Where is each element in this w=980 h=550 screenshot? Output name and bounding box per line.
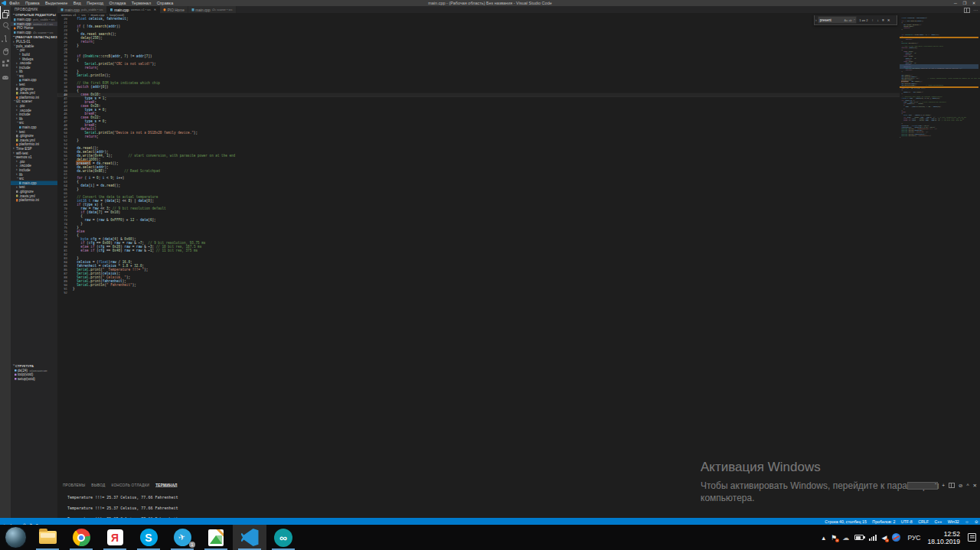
menu-Файл[interactable]: Файл <box>9 0 20 6</box>
language-indicator[interactable]: РУС <box>907 534 920 542</box>
activity-source-control[interactable] <box>0 32 11 45</box>
tab-main-cpp[interactable]: main.cppi2c scaner • src <box>188 6 237 13</box>
find-input[interactable]: present Aa ab .* <box>818 17 857 24</box>
status-item[interactable]: Строка 40, столбец 15 <box>825 519 867 524</box>
chevron-icon: › <box>16 112 19 116</box>
terminal-output[interactable]: Temperature !!!= 25.37 Celsius, 77.66 Fa… <box>63 490 980 518</box>
taskbar-telegram[interactable]: ✈ 1 <box>165 525 199 550</box>
more-actions-icon[interactable]: ⋯ <box>973 8 978 12</box>
split-editor-icon[interactable] <box>964 8 970 13</box>
status-item[interactable]: Пробелов: 2 <box>872 519 895 524</box>
chevron-icon: › <box>12 100 17 103</box>
breadcrumb-separator-icon: › <box>106 13 107 17</box>
outline-section: › СТРУКТУРА ds(24)обозначениеloop(void)s… <box>11 363 57 381</box>
activity-debug[interactable] <box>0 45 11 58</box>
network-signal-icon[interactable] <box>869 535 876 541</box>
activity-explorer[interactable] <box>0 6 11 19</box>
system-tray: ▴ ⚑✕ ☁ ◀✕ РУС 12:52 18.10.2019 <box>822 530 980 545</box>
kill-terminal-icon[interactable]: ⊘ <box>959 482 962 489</box>
menu-Справка[interactable]: Справка <box>157 0 174 6</box>
split-terminal-icon[interactable] <box>949 483 955 488</box>
vscode-icon <box>241 529 259 546</box>
whole-word-icon[interactable]: ab <box>848 18 851 22</box>
code-line[interactable]: 92 <box>57 291 900 295</box>
taskbar-chrome[interactable] <box>64 525 98 550</box>
terminal-select-dropdown[interactable] <box>907 482 938 490</box>
outline-item[interactable]: setup(void) <box>11 377 57 382</box>
taskbar-graph-editor[interactable] <box>199 525 233 550</box>
tab-PIO-Home[interactable]: PIO Home <box>160 6 188 13</box>
tree-item-label: platformio.ini <box>19 198 39 203</box>
taskbar-arduino[interactable]: ∞ <box>266 525 300 550</box>
panel-tab--[interactable]: ВЫВОД <box>91 483 105 487</box>
menu-Терминал[interactable]: Терминал <box>132 0 151 6</box>
activity-platformio-home[interactable] <box>0 71 11 84</box>
breadcrumb-item[interactable]: main.cpp <box>91 13 105 17</box>
tab-main-cpp[interactable]: main.cpppuls_stable • src <box>57 6 107 13</box>
panel-tab--[interactable]: ПРОБЛЕМЫ <box>63 483 85 487</box>
toggle-replace-icon[interactable]: › <box>815 18 817 22</box>
breadcrumb-item[interactable]: src <box>81 13 86 17</box>
menu-Вид[interactable]: Вид <box>74 0 81 6</box>
security-flag-icon[interactable]: ⚑✕ <box>831 534 837 542</box>
status-item[interactable]: CRLF <box>918 519 929 524</box>
new-terminal-icon[interactable]: + <box>942 482 945 489</box>
action-center-icon[interactable] <box>968 533 976 542</box>
taskbar-file-explorer[interactable] <box>31 525 64 550</box>
minimize-button[interactable]: ─ <box>951 1 960 5</box>
panel-tab--[interactable]: КОНСОЛЬ ОТЛАДКИ <box>112 483 150 487</box>
file-tree: ›PULS-01›puls_stable›.pio›build›libdeps›… <box>11 40 57 203</box>
taskbar-clock[interactable]: 12:52 18.10.2019 <box>927 530 960 545</box>
taskbar-skype[interactable]: S <box>132 525 165 550</box>
tree-item-platformio.ini[interactable]: platformio.ini <box>11 198 57 203</box>
match-case-icon[interactable]: Aa <box>844 18 848 22</box>
menu-Отладка[interactable]: Отладка <box>109 0 126 6</box>
outline-list: ds(24)обозначениеloop(void)setup(void) <box>11 369 57 382</box>
open-editors-list: main.cpppuls_stable • srcmain.cppwemos v… <box>11 18 57 34</box>
close-panel-icon[interactable]: ✕ <box>973 482 977 489</box>
find-in-selection-icon[interactable]: ≡ <box>881 18 885 22</box>
maximize-panel-icon[interactable]: ^ <box>966 482 969 489</box>
status-item[interactable]: UTF-8 <box>900 519 912 524</box>
close-button[interactable]: ✕ <box>969 1 978 5</box>
close-find-icon[interactable]: ✕ <box>887 18 890 22</box>
cloud-sync-icon[interactable]: ☁ <box>842 534 849 542</box>
activity-extensions[interactable] <box>0 58 11 71</box>
feedback-smiley-icon[interactable]: ☺ <box>965 519 969 524</box>
close-icon[interactable]: ✕ <box>154 8 156 11</box>
vscode-logo-icon[interactable] <box>2 1 6 5</box>
battery-icon[interactable] <box>854 535 864 540</box>
volume-muted-icon[interactable]: ◀✕ <box>882 534 887 542</box>
taskbar-vscode[interactable] <box>233 525 266 550</box>
find-next-icon[interactable]: ↓ <box>876 18 880 22</box>
breadcrumb-item[interactable]: wemos v1 <box>61 13 77 17</box>
minimap[interactable]: float celsius, fahrenheit; if ( !ds.sear… <box>900 17 980 193</box>
activity-search[interactable] <box>0 19 11 32</box>
panel-tab--[interactable]: ТЕРМИНАЛ <box>155 483 177 487</box>
skype-icon: S <box>140 529 158 546</box>
outline-label: setup(void) <box>18 377 35 382</box>
menu-Переход[interactable]: Переход <box>87 0 103 6</box>
status-item[interactable]: Win32 <box>947 519 959 524</box>
chevron-icon: › <box>15 177 20 181</box>
breadcrumb-item[interactable]: loop(void) <box>109 13 124 17</box>
tab-main-cpp[interactable]: main.cppwemos v1 • src✕ <box>107 6 160 13</box>
tab-label: main.cpp <box>114 8 129 12</box>
start-button[interactable] <box>0 525 31 550</box>
windows-taskbar: Я S ✈ 1 ∞ ▴ ⚑✕ ☁ ◀✕ РУС 12:52 18.10.2019 <box>0 525 980 550</box>
notifications-bell-icon[interactable]: ⊙ <box>975 519 978 524</box>
maximize-button[interactable]: ❐ <box>960 1 969 5</box>
hidden-icons-chevron[interactable]: ▴ <box>822 534 826 542</box>
find-previous-icon[interactable]: ↑ <box>871 18 874 22</box>
taskbar-yandex-browser[interactable]: Я <box>98 525 132 550</box>
menu-Правка[interactable]: Правка <box>25 0 40 6</box>
regex-icon[interactable]: .* <box>853 18 855 22</box>
chevron-icon: › <box>16 185 19 189</box>
status-item[interactable]: C++ <box>934 519 942 524</box>
statusbar-right: Строка 40, столбец 15Пробелов: 2UTF-8CRL… <box>825 518 978 525</box>
antivirus-icon[interactable] <box>892 533 900 542</box>
extensions-icon <box>2 64 5 67</box>
code-editor[interactable]: 20 float celsius, fahrenheit;21 22 if ( … <box>57 17 900 480</box>
file-icon <box>16 143 18 145</box>
menu-Выделение[interactable]: Выделение <box>45 0 67 6</box>
